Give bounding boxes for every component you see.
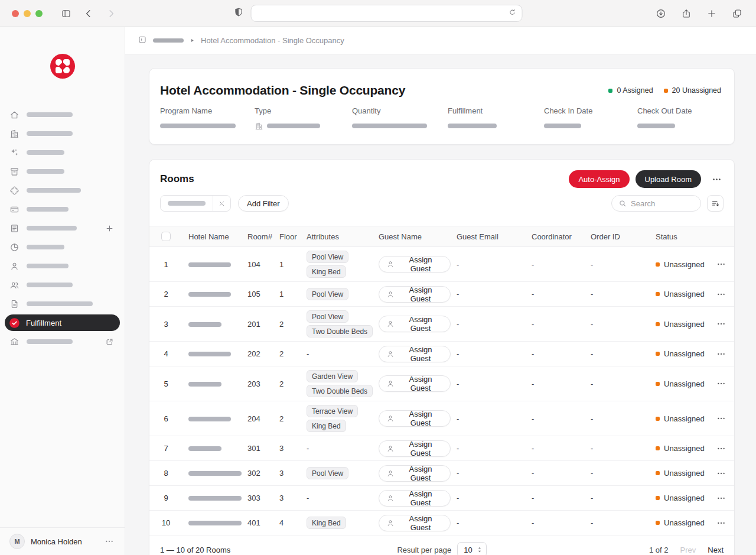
prev-page-button[interactable]: Prev (680, 546, 696, 554)
order-id: - (585, 290, 650, 298)
column-header[interactable]: Guest Name (373, 232, 451, 241)
status-label: Unassigned (664, 320, 705, 329)
badge-dot-icon (664, 89, 668, 93)
assign-guest-button[interactable]: Assign Guest (379, 515, 451, 531)
address-input[interactable] (257, 9, 509, 18)
status-label: Unassigned (664, 349, 705, 358)
column-header[interactable]: Status (650, 232, 708, 241)
assign-guest-button[interactable]: Assign Guest (379, 410, 451, 427)
add-item-button[interactable] (103, 222, 115, 234)
search-input[interactable] (631, 199, 694, 208)
active-filter-chip[interactable] (160, 195, 231, 212)
assign-guest-button[interactable]: Assign Guest (379, 346, 451, 362)
row-menu-button[interactable] (715, 492, 728, 505)
sidebar-item[interactable] (0, 200, 125, 219)
attribute-tag: Terrace View (307, 405, 358, 417)
auto-assign-button[interactable]: Auto-Assign (569, 170, 629, 188)
redacted-label (27, 169, 64, 174)
floor: 2 (273, 414, 301, 423)
zoom-window-button[interactable] (35, 10, 43, 17)
attribute-tag: King Bed (307, 517, 346, 529)
sidebar-item[interactable] (0, 143, 125, 162)
row-range-label: 1 — 10 of 20 Rooms (160, 546, 397, 554)
row-menu-button[interactable] (715, 258, 728, 271)
row-menu-button[interactable] (715, 442, 728, 455)
rooms-more-button[interactable] (709, 172, 724, 186)
assign-guest-button[interactable]: Assign Guest (379, 256, 451, 272)
column-header[interactable]: Attributes (301, 232, 373, 241)
search-icon (618, 199, 627, 207)
row-menu-button[interactable] (715, 517, 728, 530)
sort-button[interactable] (707, 195, 724, 212)
row-index: 1 (149, 260, 183, 269)
next-page-button[interactable]: Next (708, 546, 724, 554)
search-box[interactable] (611, 195, 701, 212)
row-menu-button[interactable] (715, 317, 728, 330)
sidebar-item[interactable] (0, 181, 125, 200)
sidebar-item[interactable] (0, 162, 125, 181)
per-page-select[interactable]: 10 (457, 542, 486, 555)
share-button[interactable] (679, 7, 693, 21)
address-bar[interactable] (251, 5, 523, 22)
upload-room-button[interactable]: Upload Room (636, 170, 702, 188)
forward-button[interactable] (104, 7, 118, 21)
privacy-shield-icon[interactable] (234, 7, 244, 17)
main-scroll-area[interactable]: Hotel Accommodation - Single Occupancy 0… (125, 54, 756, 555)
column-header[interactable]: Room# (242, 232, 273, 241)
sidebar-item[interactable] (0, 332, 125, 351)
column-header[interactable]: Coordinator (526, 232, 585, 241)
row-menu-button[interactable] (715, 348, 728, 361)
status-dot-icon (656, 382, 660, 386)
assign-guest-button[interactable]: Assign Guest (379, 490, 451, 507)
column-header[interactable]: Order ID (585, 232, 650, 241)
add-filter-button[interactable]: Add Filter (238, 195, 289, 212)
open-external-button[interactable] (103, 336, 115, 348)
assign-guest-button[interactable]: Assign Guest (379, 286, 451, 303)
sidebar-item[interactable] (0, 238, 125, 257)
sidebar-item[interactable] (0, 105, 125, 124)
column-header[interactable]: Guest Email (451, 232, 526, 241)
close-window-button[interactable] (12, 10, 19, 17)
sidebar-item[interactable] (0, 257, 125, 275)
app-logo[interactable] (50, 54, 75, 79)
assign-guest-button[interactable]: Assign Guest (379, 375, 451, 392)
downloads-button[interactable] (654, 7, 668, 21)
assign-guest-button[interactable]: Assign Guest (379, 316, 451, 332)
assign-guest-button[interactable]: Assign Guest (379, 465, 451, 482)
panel-toggle-icon[interactable] (138, 35, 147, 44)
room-number: 302 (242, 469, 273, 478)
room-number: 303 (242, 494, 273, 502)
sidebar-item[interactable] (0, 124, 125, 143)
refresh-button[interactable] (509, 8, 517, 18)
sidebar-item-fulfillment[interactable]: Fulfillment (5, 314, 120, 331)
remove-filter-button[interactable] (213, 195, 230, 212)
new-tab-button[interactable] (705, 7, 719, 21)
rooms-title: Rooms (160, 173, 569, 185)
person-icon (386, 320, 395, 328)
row-menu-button[interactable] (715, 377, 728, 390)
assign-guest-button[interactable]: Assign Guest (379, 440, 451, 457)
redacted-breadcrumb-item[interactable] (153, 38, 184, 43)
minimize-window-button[interactable] (24, 10, 31, 17)
row-menu-button[interactable] (715, 467, 728, 480)
select-all-checkbox[interactable] (161, 232, 171, 241)
sidebar-item[interactable] (0, 275, 125, 294)
coordinator: - (526, 320, 585, 329)
user-options-button[interactable] (103, 535, 115, 547)
row-menu-button[interactable] (715, 412, 728, 425)
column-header[interactable]: Hotel Name (183, 232, 242, 241)
archive-box-icon (9, 167, 19, 177)
room-number: 301 (242, 444, 273, 453)
room-number: 202 (242, 349, 273, 358)
column-header[interactable]: Floor (273, 232, 301, 241)
tab-overview-button[interactable] (730, 7, 744, 21)
sidebar-item[interactable] (0, 219, 125, 238)
user-menu[interactable]: M Monica Holden (0, 527, 125, 555)
back-button[interactable] (82, 7, 96, 21)
browser-sidebar-toggle-button[interactable] (59, 7, 73, 21)
row-menu-button[interactable] (715, 288, 728, 301)
per-page-value: 10 (464, 546, 472, 554)
status-label: Unassigned (664, 469, 705, 478)
share-icon (681, 8, 692, 19)
sidebar-item[interactable] (0, 294, 125, 313)
